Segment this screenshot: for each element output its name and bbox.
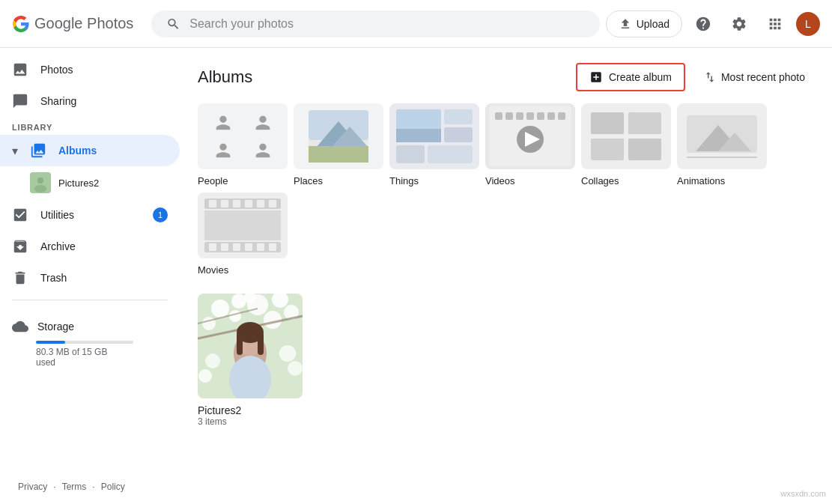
- app-header: Google Photos Upload L: [0, 0, 832, 48]
- person-icon-2: [243, 109, 282, 136]
- gear-icon: [731, 16, 747, 32]
- sidebar-item-archive[interactable]: Archive: [0, 231, 180, 262]
- sub-album-thumb-image: [30, 172, 51, 193]
- cloud-icon: [12, 318, 28, 335]
- album-card-movies[interactable]: Movies: [198, 192, 288, 276]
- sidebar-item-sharing[interactable]: Sharing: [0, 85, 180, 117]
- upload-button[interactable]: Upload: [606, 10, 682, 37]
- content-header-right: Create album Most recent photo: [576, 63, 814, 91]
- footer-terms-link[interactable]: Terms: [62, 482, 87, 492]
- animations-album-cover: [677, 103, 767, 169]
- logo[interactable]: Google Photos: [12, 15, 133, 33]
- svg-rect-15: [444, 127, 473, 142]
- svg-rect-32: [628, 138, 661, 160]
- sub-album-thumb: [30, 172, 51, 193]
- svg-rect-55: [204, 210, 281, 240]
- user-album-card-pictures2[interactable]: Pictures2 3 items: [198, 294, 303, 427]
- svg-rect-71: [237, 333, 243, 355]
- svg-rect-43: [209, 200, 216, 207]
- sidebar-photos-label: Photos: [40, 64, 73, 76]
- help-button[interactable]: [688, 9, 718, 39]
- svg-rect-72: [258, 333, 264, 355]
- library-section-label: LIBRARY: [0, 117, 180, 135]
- storage-title: Storage: [37, 321, 74, 333]
- svg-rect-49: [209, 243, 216, 251]
- svg-point-58: [231, 294, 246, 309]
- avatar[interactable]: L: [796, 12, 820, 36]
- sidebar-item-albums[interactable]: ▾ Albums: [0, 135, 180, 166]
- things-cover-image: [393, 106, 476, 166]
- things-label: Things: [389, 175, 479, 186]
- videos-album-cover: [485, 103, 575, 169]
- album-card-people[interactable]: People: [198, 103, 288, 186]
- albums-icon: [30, 142, 46, 159]
- svg-rect-20: [505, 112, 513, 120]
- user-album-cover-pictures2: [198, 294, 303, 398]
- svg-rect-25: [558, 112, 565, 120]
- sidebar-archive-label: Archive: [40, 240, 76, 252]
- svg-rect-29: [591, 112, 624, 135]
- create-album-button[interactable]: Create album: [576, 63, 685, 91]
- sharing-icon: [12, 93, 28, 109]
- sidebar-item-trash[interactable]: Trash: [0, 262, 180, 294]
- svg-rect-44: [221, 200, 228, 207]
- svg-rect-14: [444, 109, 473, 124]
- svg-point-64: [229, 310, 241, 322]
- settings-button[interactable]: [724, 9, 754, 39]
- svg-rect-52: [245, 243, 252, 251]
- svg-point-75: [279, 345, 296, 362]
- person-icon-4: [243, 137, 282, 163]
- footer-privacy-link[interactable]: Privacy: [18, 482, 47, 492]
- utilities-badge: 1: [153, 207, 168, 222]
- person-icon-3: [204, 137, 242, 163]
- animations-label: Animations: [677, 175, 767, 186]
- logo-text: Google Photos: [34, 15, 133, 32]
- content-header: Albums Create album Most recent photo: [198, 48, 814, 103]
- sub-album-label: Pictures2: [58, 177, 99, 189]
- album-card-videos[interactable]: Videos: [485, 103, 575, 186]
- svg-rect-16: [396, 145, 425, 163]
- svg-rect-21: [516, 112, 523, 120]
- movies-label: Movies: [198, 264, 288, 276]
- people-label: People: [198, 175, 288, 186]
- page-title: Albums: [198, 67, 252, 87]
- footer-policy-link[interactable]: Policy: [101, 482, 125, 492]
- svg-point-63: [264, 311, 282, 329]
- svg-point-3: [37, 177, 43, 183]
- search-input[interactable]: [189, 17, 584, 31]
- sidebar-item-photos[interactable]: Photos: [0, 54, 180, 85]
- album-card-things[interactable]: Things: [389, 103, 479, 186]
- upload-icon: [619, 17, 632, 31]
- photos-icon: [12, 61, 28, 78]
- collages-label: Collages: [581, 175, 671, 186]
- svg-rect-17: [428, 145, 473, 163]
- people-grid: [198, 103, 288, 169]
- apps-button[interactable]: [760, 9, 790, 39]
- places-label: Places: [294, 175, 383, 186]
- places-cover-image: [309, 110, 368, 163]
- sidebar-trash-label: Trash: [40, 272, 67, 284]
- svg-rect-47: [257, 200, 264, 207]
- content-area: Albums Create album Most recent photo: [180, 48, 832, 470]
- footer-sep-1: ·: [53, 482, 55, 492]
- album-card-collages[interactable]: Collages: [581, 103, 671, 186]
- search-icon: [166, 16, 180, 31]
- search-bar[interactable]: [151, 10, 599, 37]
- collages-album-cover: [581, 103, 671, 169]
- svg-point-77: [288, 361, 303, 376]
- main-layout: Photos Sharing LIBRARY ▾ Albums: [0, 48, 832, 470]
- svg-rect-54: [269, 243, 276, 251]
- sub-album-pictures2[interactable]: Pictures2: [0, 166, 180, 199]
- album-card-places[interactable]: Places: [294, 103, 383, 186]
- svg-rect-22: [526, 112, 534, 120]
- svg-point-4: [34, 185, 46, 192]
- videos-label: Videos: [485, 175, 575, 186]
- sidebar-item-utilities[interactable]: Utilities 1: [0, 199, 180, 231]
- header-actions: Upload L: [606, 9, 820, 39]
- help-icon: [695, 16, 711, 32]
- svg-rect-23: [537, 112, 544, 120]
- storage-bar-bg: [36, 341, 133, 344]
- user-album-count-pictures2: 3 items: [198, 416, 303, 427]
- album-card-animations[interactable]: Animations: [677, 103, 767, 186]
- most-recent-button[interactable]: Most recent photo: [694, 64, 814, 90]
